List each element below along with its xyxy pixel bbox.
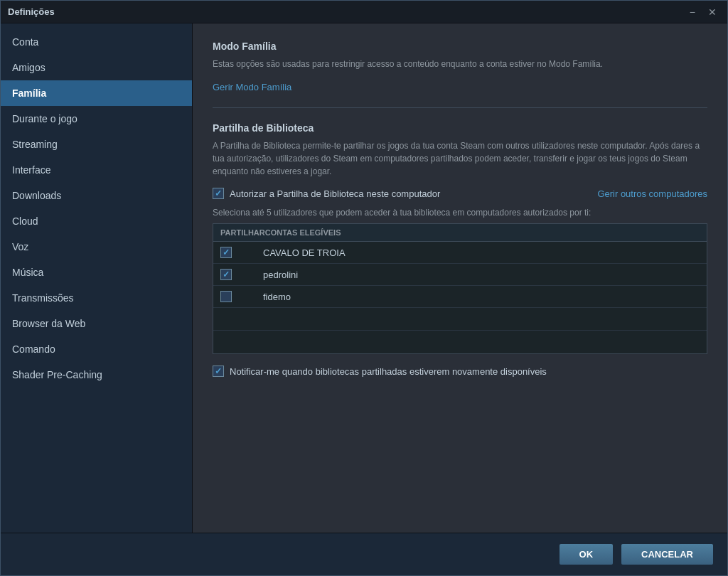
sidebar-item-familia[interactable]: Família — [1, 80, 192, 106]
titlebar: Definições − ✕ — [1, 1, 727, 23]
sidebar-item-voz[interactable]: Voz — [1, 234, 192, 260]
authorize-checkbox[interactable] — [213, 188, 224, 199]
manage-computers-link[interactable]: Gerir outros computadores — [597, 188, 707, 199]
sidebar-item-shader-pre-caching[interactable]: Shader Pre-Caching — [1, 362, 192, 388]
sidebar-item-interface[interactable]: Interface — [1, 157, 192, 183]
sidebar-item-cloud[interactable]: Cloud — [1, 208, 192, 234]
content-area: Modo Família Estas opções são usadas par… — [193, 23, 727, 533]
notify-checkbox[interactable] — [213, 366, 224, 377]
section-divider — [213, 107, 707, 108]
notify-row: Notificar-me quando bibliotecas partilha… — [213, 366, 707, 377]
table-row: fidemo — [213, 286, 707, 308]
dialog: Definições − ✕ Conta Amigos Família Dura… — [0, 0, 728, 576]
cancel-button[interactable]: CANCELAR — [621, 544, 713, 565]
sidebar-item-durante-o-jogo[interactable]: Durante o jogo — [1, 106, 192, 132]
table-row: pedrolini — [213, 264, 707, 286]
sidebar-item-streaming[interactable]: Streaming — [1, 132, 192, 157]
row2-name: pedrolini — [263, 270, 700, 280]
sub-desc: Seleciona até 5 utilizadores que podem a… — [213, 208, 707, 218]
modo-familia-desc: Estas opções são usadas para restringir … — [213, 58, 707, 70]
accounts-table: PARTILHAR CONTAS ELEGÍVEIS CAVALO DE TRO… — [213, 223, 707, 354]
sidebar: Conta Amigos Família Durante o jogo Stre… — [1, 23, 193, 533]
table-header: PARTILHAR CONTAS ELEGÍVEIS — [213, 224, 707, 242]
row3-name: fidemo — [263, 292, 700, 302]
table-row-empty — [213, 308, 707, 331]
sidebar-item-browser-da-web[interactable]: Browser da Web — [1, 311, 192, 336]
dialog-title: Definições — [8, 6, 55, 17]
close-button[interactable]: ✕ — [705, 6, 720, 18]
sidebar-item-comando[interactable]: Comando — [1, 336, 192, 362]
sidebar-item-conta[interactable]: Conta — [1, 29, 192, 55]
authorize-row: Autorizar a Partilha de Biblioteca neste… — [213, 188, 707, 199]
sidebar-item-downloads[interactable]: Downloads — [1, 183, 192, 208]
sidebar-item-amigos[interactable]: Amigos — [1, 55, 192, 80]
table-row-empty — [213, 331, 707, 353]
row3-check-cell — [220, 291, 263, 302]
gerir-modo-familia-link[interactable]: Gerir Modo Família — [213, 82, 291, 92]
sidebar-item-musica[interactable]: Música — [1, 260, 192, 285]
table-row: CAVALO DE TROIA — [213, 242, 707, 264]
ok-button[interactable]: OK — [560, 544, 614, 565]
col-partilhar: PARTILHAR — [220, 228, 265, 237]
authorize-label: Autorizar a Partilha de Biblioteca neste… — [230, 188, 440, 199]
minimize-button[interactable]: − — [686, 6, 699, 18]
notify-label: Notificar-me quando bibliotecas partilha… — [230, 366, 547, 377]
row2-checkbox[interactable] — [220, 269, 232, 280]
col-contas: CONTAS ELEGÍVEIS — [265, 228, 700, 237]
modo-familia-title: Modo Família — [213, 41, 707, 52]
row1-check-cell — [220, 247, 263, 258]
bottom-bar: OK CANCELAR — [1, 533, 727, 575]
sidebar-item-transmissoes[interactable]: Transmissões — [1, 285, 192, 311]
main-content: Conta Amigos Família Durante o jogo Stre… — [1, 23, 727, 533]
partilha-biblioteca-desc: A Partilha de Biblioteca permite-te part… — [213, 139, 707, 178]
row3-checkbox[interactable] — [220, 291, 232, 302]
partilha-biblioteca-title: Partilha de Biblioteca — [213, 122, 707, 134]
row1-checkbox[interactable] — [220, 247, 232, 258]
titlebar-controls: − ✕ — [686, 6, 720, 18]
row2-check-cell — [220, 269, 263, 280]
row1-name: CAVALO DE TROIA — [263, 247, 700, 258]
